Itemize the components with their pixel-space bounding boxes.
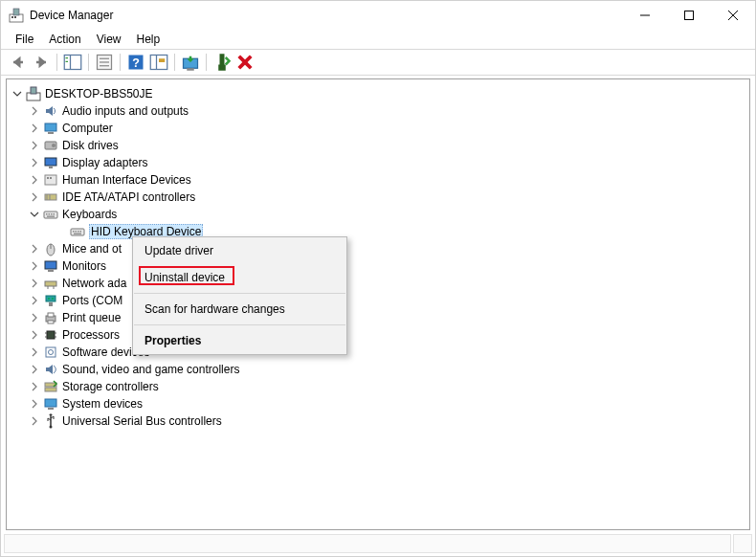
uninstall-device-icon[interactable] [235,53,255,72]
display-icon [43,155,58,170]
chevron-right-icon[interactable] [28,104,41,118]
menu-action[interactable]: Action [42,31,87,48]
tree-item[interactable]: Processors [11,326,745,344]
tree-item-label: IDE ATA/ATAPI controllers [62,190,195,204]
tree-item-label: Processors [62,328,120,342]
svg-rect-65 [49,302,53,306]
nav-back-icon[interactable] [9,53,28,72]
tree-item[interactable]: Storage controllers [11,378,745,395]
context-update-driver[interactable]: Update driver [133,237,346,264]
chevron-right-icon[interactable] [28,259,41,273]
svg-rect-59 [45,281,56,286]
svg-rect-3 [13,9,19,15]
tree-item-label: Network ada [62,277,126,290]
tree-item-label: Ports (COM [62,294,122,307]
computer-icon [26,86,41,101]
app-icon [9,8,24,23]
svg-point-34 [52,144,56,147]
toolbar: ? [1,49,755,76]
status-grip [733,534,752,553]
scan-hardware-icon[interactable] [149,53,168,72]
tree-item[interactable]: Human Interface Devices [11,171,745,189]
properties-icon[interactable] [95,53,114,72]
tree-item[interactable]: Audio inputs and outputs [11,102,745,120]
chevron-down-icon[interactable] [28,208,41,221]
printer-icon [43,310,58,325]
svg-rect-74 [46,347,56,357]
context-properties[interactable]: Properties [133,327,346,354]
toolbar-separator [56,54,57,71]
tree-item[interactable]: Software devices [11,344,745,361]
svg-rect-45 [49,213,51,215]
tree-item[interactable]: Disk drives [11,137,745,154]
device-tree[interactable]: DESKTOP-BBS50JEAudio inputs and outputsC… [7,79,749,435]
chevron-right-icon[interactable] [28,277,41,290]
help-icon[interactable]: ? [126,53,145,72]
audio-icon [43,103,58,119]
context-menu: Update driver Uninstall device Scan for … [132,236,347,355]
tree-item[interactable]: Sound, video and game controllers [11,361,745,378]
menu-file[interactable]: File [9,31,40,48]
chevron-right-icon[interactable] [28,311,41,324]
tree-item-label: Audio inputs and outputs [62,104,189,118]
chevron-right-icon[interactable] [28,190,41,204]
tree-item[interactable]: System devices [11,395,745,412]
chevron-right-icon[interactable] [28,328,41,342]
tree-item[interactable]: Display adapters [11,154,745,171]
show-hide-tree-icon[interactable] [63,53,82,72]
chevron-right-icon[interactable] [28,139,41,152]
statusbar [4,534,752,553]
keyboard-icon [70,224,85,239]
update-driver-icon[interactable] [181,53,200,72]
svg-rect-78 [45,399,56,407]
chevron-right-icon[interactable] [28,345,41,359]
chevron-right-icon[interactable] [28,173,41,187]
status-cell [4,534,731,553]
tree-item[interactable]: Monitors [11,257,745,275]
tree-root[interactable]: DESKTOP-BBS50JE [11,85,745,102]
tree-item[interactable]: Mice and ot [11,240,745,257]
svg-rect-22 [159,58,165,62]
svg-rect-9 [36,61,46,64]
tree-item[interactable]: IDE ATA/ATAPI controllers [11,189,745,206]
titlebar: Device Manager [1,1,755,30]
tree-item-label: Disk drives [62,139,119,152]
context-uninstall-device[interactable]: Uninstall device [133,264,346,291]
tree-item[interactable]: Keyboards [11,206,745,223]
tree-item[interactable]: Print queue [11,309,745,326]
maximize-button[interactable] [667,1,711,30]
chevron-right-icon[interactable] [28,380,41,393]
usb-icon [43,413,58,429]
minimize-button[interactable] [623,1,667,30]
menu-help[interactable]: Help [130,31,167,48]
menu-view[interactable]: View [90,31,128,48]
disk-icon [43,138,58,153]
chevron-down-icon[interactable] [11,87,24,100]
chevron-right-icon[interactable] [28,363,41,376]
menubar: File Action View Help [1,30,755,49]
tree-item[interactable]: Universal Serial Bus controllers [11,412,745,430]
chevron-right-icon[interactable] [28,397,41,411]
close-button[interactable] [711,1,755,30]
software-icon [43,345,58,360]
svg-rect-26 [218,65,226,71]
tree-child-item[interactable]: HID Keyboard Device [11,223,745,240]
enable-device-icon[interactable] [212,53,232,72]
tree-item[interactable]: Network ada [11,275,745,292]
svg-rect-57 [45,261,56,269]
context-scan-hardware[interactable]: Scan for hardware changes [133,296,346,323]
chevron-right-icon[interactable] [28,414,41,428]
toolbar-separator [120,54,121,71]
nav-forward-icon[interactable] [32,53,51,72]
chevron-right-icon[interactable] [28,156,41,169]
chevron-right-icon[interactable] [28,242,41,256]
tree-item[interactable]: Ports (COM [11,292,745,309]
svg-rect-54 [74,234,81,234]
keyboard-icon [43,207,58,222]
chevron-right-icon[interactable] [28,122,41,135]
svg-point-64 [52,298,54,300]
tree-item[interactable]: Computer [11,120,745,137]
svg-rect-25 [220,54,225,66]
svg-rect-58 [48,270,54,272]
chevron-right-icon[interactable] [28,294,41,307]
